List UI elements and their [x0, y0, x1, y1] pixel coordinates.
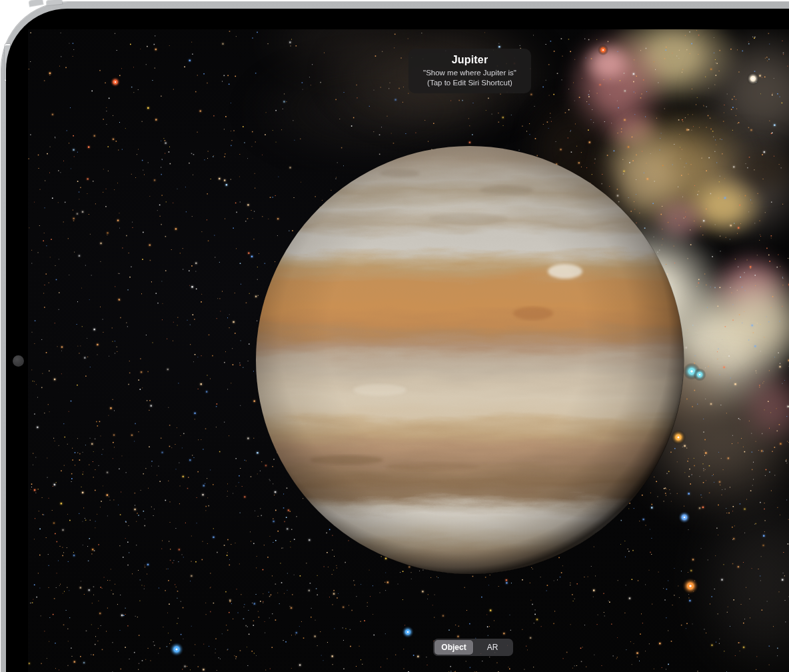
mode-switcher: Object AR	[433, 639, 513, 656]
sky-viewport[interactable]	[28, 29, 789, 672]
page: Jupiter "Show me where Jupiter is" (Tap …	[0, 0, 789, 672]
tooltip-title: Jupiter	[408, 53, 531, 66]
planet-jupiter[interactable]	[255, 145, 684, 575]
mode-option-object[interactable]: Object	[434, 640, 473, 655]
tooltip-hint: (Tap to Edit Siri Shortcut)	[408, 78, 531, 88]
front-camera	[13, 355, 24, 367]
siri-shortcut-tooltip[interactable]: Jupiter "Show me where Jupiter is" (Tap …	[408, 49, 531, 93]
tooltip-voice-command: "Show me where Jupiter is"	[408, 68, 531, 78]
ipad-screen: Jupiter "Show me where Jupiter is" (Tap …	[6, 9, 789, 672]
volume-button-1	[29, 0, 43, 7]
mode-option-ar[interactable]: AR	[473, 640, 512, 655]
